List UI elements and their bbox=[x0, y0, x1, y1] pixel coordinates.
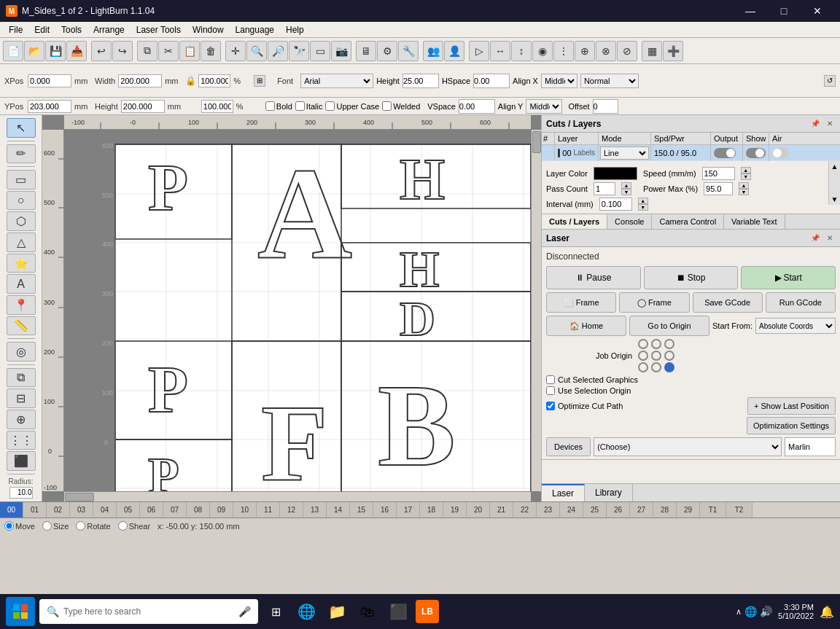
tab-variable-text[interactable]: Variable Text bbox=[724, 214, 785, 229]
show-last-position-button[interactable]: + Show Last Position bbox=[747, 397, 836, 415]
font-select[interactable]: Arial bbox=[300, 74, 373, 88]
save-gcode-button[interactable]: Save GCode bbox=[693, 292, 763, 313]
up-arrow-icon[interactable]: ∧ bbox=[736, 607, 742, 617]
jo-dot-bm[interactable] bbox=[651, 362, 661, 372]
lightburn-taskbar-icon[interactable]: LB bbox=[416, 600, 439, 623]
num-cell-26[interactable]: 26 bbox=[607, 502, 630, 518]
num-cell-07[interactable]: 07 bbox=[163, 502, 187, 518]
num-cell-27[interactable]: 27 bbox=[630, 502, 653, 518]
trace-button[interactable]: ◉ bbox=[532, 41, 553, 61]
scrollbar-vertical[interactable] bbox=[531, 130, 541, 491]
network-icon[interactable]: 🌐 bbox=[744, 606, 757, 617]
num-cell-t1[interactable]: T1 bbox=[700, 502, 726, 518]
num-cell-09[interactable]: 09 bbox=[210, 502, 233, 518]
union-button[interactable]: ⊗ bbox=[596, 41, 616, 61]
move-button[interactable]: ✛ bbox=[225, 41, 246, 61]
upper-case-checkbox[interactable] bbox=[325, 101, 335, 111]
speed-up-button[interactable]: ▲ bbox=[741, 167, 751, 173]
run-gcode-button[interactable]: Run GCode bbox=[766, 292, 836, 313]
jo-dot-br[interactable] bbox=[664, 362, 674, 372]
speed-down-button[interactable]: ▼ bbox=[741, 173, 751, 180]
num-cell-12[interactable]: 12 bbox=[280, 502, 303, 518]
frame1-button[interactable]: ⬜ Frame bbox=[546, 292, 616, 313]
devices-button[interactable]: Devices bbox=[546, 437, 591, 456]
num-cell-01[interactable]: 01 bbox=[23, 502, 47, 518]
row-air[interactable] bbox=[769, 145, 791, 161]
rect-button[interactable]: ▭ bbox=[7, 170, 36, 190]
scroll-arrows[interactable]: ▲ ▼ bbox=[828, 161, 840, 205]
fill-button[interactable]: ⬛ bbox=[7, 451, 36, 471]
mirror-h-button[interactable]: ↔ bbox=[490, 41, 510, 61]
size-checkbox-group[interactable]: Size bbox=[42, 521, 69, 531]
layer-color-box[interactable] bbox=[594, 167, 637, 180]
num-cell-22[interactable]: 22 bbox=[513, 502, 537, 518]
width-pct-input[interactable] bbox=[198, 74, 230, 87]
taskview-button[interactable]: ⊞ bbox=[262, 598, 289, 625]
weld-button[interactable]: ⊕ bbox=[575, 41, 595, 61]
store-icon[interactable]: 🛍 bbox=[354, 598, 381, 625]
import-button[interactable]: 📥 bbox=[66, 41, 87, 61]
tab-cuts-layers[interactable]: Cuts / Layers bbox=[542, 214, 607, 229]
height-pct-input[interactable] bbox=[201, 100, 233, 113]
delete-button[interactable]: 🗑 bbox=[201, 41, 221, 61]
rotate-checkbox-group[interactable]: Rotate bbox=[76, 521, 110, 531]
bold-checkbox[interactable] bbox=[265, 101, 275, 111]
marker-button[interactable]: 📍 bbox=[7, 295, 36, 315]
refresh-icon[interactable]: ↺ bbox=[824, 75, 836, 87]
menu-laser-tools[interactable]: Laser Tools bbox=[131, 23, 187, 36]
interval-spin[interactable]: ▲ ▼ bbox=[638, 198, 648, 211]
menu-file[interactable]: File bbox=[3, 23, 28, 36]
num-cell-17[interactable]: 17 bbox=[397, 502, 420, 518]
num-cell-15[interactable]: 15 bbox=[350, 502, 373, 518]
clock-display[interactable]: 3:30 PM 5/10/2022 bbox=[778, 603, 814, 620]
use-selection-checkbox[interactable] bbox=[546, 386, 555, 395]
num-cell-19[interactable]: 19 bbox=[443, 502, 467, 518]
pass-count-input[interactable] bbox=[594, 182, 615, 195]
save-file-button[interactable]: 💾 bbox=[45, 41, 66, 61]
scroll-up-arrow[interactable]: ▲ bbox=[831, 163, 839, 171]
width-input[interactable] bbox=[118, 74, 162, 87]
group-button[interactable]: ⧉ bbox=[7, 368, 36, 388]
row-output[interactable] bbox=[711, 145, 743, 161]
monitor-button[interactable]: 🖥 bbox=[356, 41, 376, 61]
menu-help[interactable]: Help bbox=[280, 23, 310, 36]
num-cell-29[interactable]: 29 bbox=[677, 502, 700, 518]
aligny-select[interactable]: Middle bbox=[526, 99, 562, 114]
users-button[interactable]: 👥 bbox=[423, 41, 443, 61]
num-cell-24[interactable]: 24 bbox=[560, 502, 583, 518]
settings-button[interactable]: ⚙ bbox=[377, 41, 397, 61]
jo-dot-ml[interactable] bbox=[638, 351, 648, 361]
offset-input[interactable] bbox=[593, 99, 618, 114]
triangle-button[interactable]: △ bbox=[7, 233, 36, 252]
select-tool-button[interactable]: ↖ bbox=[7, 118, 36, 138]
open-file-button[interactable]: 📂 bbox=[24, 41, 44, 61]
num-cell-08[interactable]: 08 bbox=[187, 502, 210, 518]
scroll-down-arrow[interactable]: ▼ bbox=[831, 195, 839, 203]
array2-button[interactable]: ⋮⋮ bbox=[7, 431, 36, 450]
num-cell-14[interactable]: 14 bbox=[327, 502, 350, 518]
jo-dot-tm[interactable] bbox=[651, 339, 661, 349]
canvas-work[interactable]: P P P A F bbox=[64, 130, 531, 491]
menu-tools[interactable]: Tools bbox=[55, 23, 88, 36]
mode-select[interactable]: Line bbox=[600, 146, 649, 160]
alignx-select[interactable]: Middle bbox=[541, 74, 578, 88]
num-cell-16[interactable]: 16 bbox=[373, 502, 397, 518]
mirror-v-button[interactable]: ↕ bbox=[511, 41, 532, 61]
tab-camera-control[interactable]: Camera Control bbox=[652, 214, 724, 229]
num-cell-02[interactable]: 02 bbox=[47, 502, 70, 518]
lock-icon[interactable]: 🔒 bbox=[185, 74, 195, 87]
output-toggle[interactable] bbox=[714, 148, 736, 158]
optimization-settings-button[interactable]: Optimization Settings bbox=[747, 417, 836, 434]
num-cell-13[interactable]: 13 bbox=[303, 502, 327, 518]
explorer-icon[interactable]: 📁 bbox=[324, 598, 350, 625]
num-cell-t2[interactable]: T2 bbox=[726, 502, 752, 518]
circle-button[interactable]: ○ bbox=[7, 191, 36, 211]
offset-button[interactable]: ⊕ bbox=[7, 410, 36, 429]
ring-button[interactable]: ◎ bbox=[7, 342, 36, 362]
jo-dot-mm[interactable] bbox=[651, 351, 661, 361]
start-from-select[interactable]: Absolute Coords bbox=[755, 318, 836, 334]
tools-button[interactable]: 🔧 bbox=[398, 41, 419, 61]
hspace-input[interactable] bbox=[473, 74, 510, 88]
user-button[interactable]: 👤 bbox=[444, 41, 464, 61]
jo-dot-bl[interactable] bbox=[638, 362, 648, 372]
